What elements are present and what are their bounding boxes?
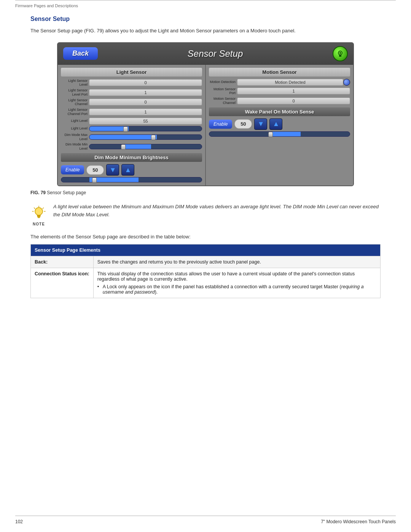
table-row: Connection Status icon: This visual disp… bbox=[31, 268, 381, 298]
motion-bottom-thumb[interactable] bbox=[268, 132, 273, 137]
wake-panel-subheader: Wake Panel On Motion Sense bbox=[209, 107, 350, 116]
elements-intro: The elements of the Sensor Setup page ar… bbox=[30, 234, 381, 240]
light-level-slider-row: Light Level bbox=[61, 126, 202, 131]
footer-product: 7" Modero Widescreen Touch Panels bbox=[321, 519, 396, 524]
fig-text: Sensor Setup page bbox=[47, 190, 86, 195]
main-content: Sensor Setup The Sensor Setup page (FIG.… bbox=[30, 16, 381, 298]
row-back-name: Back: bbox=[31, 256, 94, 268]
motion-sensor-port-label: Motion Sensor Port bbox=[209, 87, 236, 96]
dim-min-thumb[interactable] bbox=[121, 144, 126, 150]
svg-rect-6 bbox=[38, 217, 40, 218]
motion-up-arrow[interactable]: ▲ bbox=[269, 118, 282, 130]
row-conn-name: Connection Status icon: bbox=[31, 268, 94, 298]
light-sensor-port-row: Light Sensor Level Port 1 bbox=[61, 88, 202, 97]
light-bottom-slider[interactable] bbox=[61, 177, 202, 182]
conn-desc-text: This visual display of the connection st… bbox=[97, 271, 355, 282]
header-label: Firmware Pages and Descriptions bbox=[15, 3, 396, 16]
back-button[interactable]: Back bbox=[63, 47, 98, 60]
fig-caption: FIG. 79 Sensor Setup page bbox=[30, 190, 381, 195]
elements-table: Sensor Setup Page Elements Back: Saves t… bbox=[30, 244, 381, 298]
light-sensor-channel-label: Light Sensor Channel bbox=[61, 98, 88, 107]
dim-min-label: Dim Mode Min Level bbox=[61, 142, 88, 151]
light-sensor-channel-port-row: Light Sensor Channel Port 1 bbox=[61, 108, 202, 116]
motion-detection-label: Motion Detection bbox=[209, 80, 236, 84]
device-panels: Light Sensor Light Sensor Level 0 Light … bbox=[58, 65, 353, 186]
light-sensor-channel-port-value: 1 bbox=[89, 109, 202, 115]
motion-sensor-port-value: 1 bbox=[237, 88, 350, 94]
dim-max-slider[interactable] bbox=[89, 134, 202, 140]
dim-min-row: Dim Mode Min Level bbox=[61, 142, 202, 151]
light-down-arrow[interactable]: ▼ bbox=[106, 164, 119, 176]
dim-max-thumb[interactable] bbox=[151, 135, 156, 140]
motion-bottom-slider[interactable] bbox=[209, 131, 350, 137]
conn-bullet: A Lock only appears on the icon if the p… bbox=[97, 284, 376, 295]
connection-status-icon bbox=[333, 46, 348, 61]
dim-mode-controls: Enable 50 ▼ ▲ bbox=[61, 164, 202, 176]
light-sensor-channel-port-label: Light Sensor Channel Port bbox=[61, 108, 88, 116]
svg-line-8 bbox=[34, 208, 35, 209]
light-sensor-level-row: Light Sensor Level 0 bbox=[61, 79, 202, 87]
section-title: Sensor Setup bbox=[30, 16, 381, 22]
light-sensor-level-label: Light Sensor Level bbox=[61, 79, 88, 87]
note-label: NOTE bbox=[33, 222, 45, 226]
light-sensor-channel-row: Light Sensor Channel 0 bbox=[61, 98, 202, 107]
device-header: Back Sensor Setup bbox=[58, 43, 353, 65]
dim-min-slider[interactable] bbox=[89, 144, 202, 149]
light-level-thumb[interactable] bbox=[123, 126, 128, 132]
motion-enable-button[interactable]: Enable bbox=[209, 120, 232, 129]
light-enable-button[interactable]: Enable bbox=[61, 165, 84, 174]
dim-max-label: Dim Mode Max Level bbox=[61, 133, 88, 141]
footer: 102 7" Modero Widescreen Touch Panels bbox=[15, 516, 396, 524]
device-ui: Back Sensor Setup Light Sensor Light Sen… bbox=[57, 42, 354, 187]
svg-rect-4 bbox=[37, 215, 41, 216]
motion-down-arrow[interactable]: ▼ bbox=[254, 118, 267, 130]
dim-mode-subheader: Dim Mode Minimum Brightness bbox=[61, 153, 202, 162]
table-row: Back: Saves the changes and returns you … bbox=[31, 256, 381, 268]
dim-max-row: Dim Mode Max Level bbox=[61, 133, 202, 141]
motion-sensor-port-row: Motion Sensor Port 1 bbox=[209, 87, 350, 96]
wake-controls: Enable 50 ▼ ▲ bbox=[209, 118, 350, 130]
svg-rect-2 bbox=[339, 52, 341, 54]
light-level-value: 55 bbox=[89, 118, 202, 125]
table-title: Sensor Setup Page Elements bbox=[31, 244, 381, 256]
motion-detected-value: Motion Detected bbox=[237, 79, 343, 86]
light-level-slider[interactable] bbox=[89, 126, 202, 131]
motion-detection-row: Motion Detection Motion Detected bbox=[209, 79, 350, 86]
light-level-label: Light Level bbox=[61, 119, 88, 123]
light-up-arrow[interactable]: ▲ bbox=[121, 164, 134, 176]
motion-sensor-channel-label: Motion Sensor Channel bbox=[209, 97, 236, 105]
motion-value-oval: 50 bbox=[234, 119, 252, 129]
table-header: Sensor Setup Page Elements bbox=[31, 244, 381, 256]
intro-text: The Sensor Setup page (FIG. 79) allows y… bbox=[30, 27, 381, 35]
top-rule bbox=[15, 0, 396, 3]
device-title: Sensor Setup bbox=[188, 48, 243, 59]
light-sensor-port-value: 1 bbox=[89, 89, 202, 96]
light-sensor-channel-value: 0 bbox=[89, 99, 202, 105]
footer-page-number: 102 bbox=[15, 519, 23, 524]
light-sensor-level-value: 0 bbox=[89, 79, 202, 86]
note-box: NOTE A light level value between the Min… bbox=[30, 203, 381, 226]
motion-sensor-channel-row: Motion Sensor Channel 0 bbox=[209, 97, 350, 105]
light-value-oval: 50 bbox=[86, 165, 104, 175]
light-level-slider-label: Light Level bbox=[61, 126, 88, 131]
row-back-desc: Saves the changes and returns you to the… bbox=[93, 256, 380, 268]
svg-rect-5 bbox=[37, 216, 40, 217]
fig-number: FIG. 79 bbox=[30, 190, 46, 195]
svg-rect-1 bbox=[339, 55, 341, 57]
motion-sensor-channel-value: 0 bbox=[237, 97, 350, 104]
light-level-value-row: Light Level 55 bbox=[61, 118, 202, 125]
svg-line-9 bbox=[43, 208, 44, 209]
light-bottom-thumb[interactable] bbox=[92, 177, 97, 183]
back-label: Back: bbox=[35, 259, 48, 265]
note-icon-wrap: NOTE bbox=[30, 203, 47, 226]
light-sensor-port-label: Light Sensor Level Port bbox=[61, 88, 88, 97]
conn-label: Connection Status icon: bbox=[35, 271, 89, 276]
svg-point-3 bbox=[35, 208, 43, 215]
light-sensor-panel: Light Sensor Light Sensor Level 0 Light … bbox=[58, 65, 206, 186]
bulb-icon bbox=[30, 204, 47, 221]
row-conn-desc: This visual display of the connection st… bbox=[93, 268, 380, 298]
motion-sensor-panel: Motion Sensor Motion Detection Motion De… bbox=[206, 65, 353, 186]
motion-status-circle bbox=[343, 79, 350, 86]
motion-sensor-header: Motion Sensor bbox=[209, 68, 350, 77]
light-sensor-header: Light Sensor bbox=[61, 68, 202, 77]
